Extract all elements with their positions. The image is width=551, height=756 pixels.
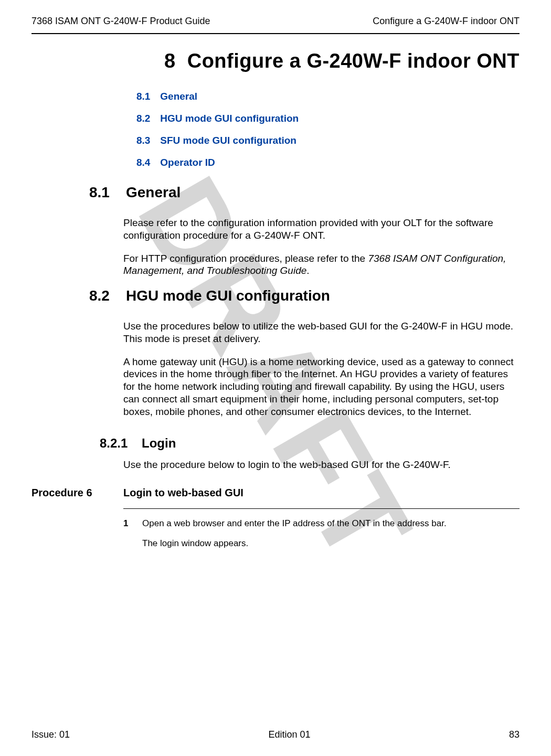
footer-edition: Edition 01 bbox=[268, 729, 310, 740]
toc-label: SFU mode GUI configuration bbox=[160, 135, 296, 146]
procedure-label: Procedure 6 bbox=[31, 487, 123, 499]
chapter-number: 8 bbox=[164, 50, 176, 72]
step-text: Open a web browser and enter the IP addr… bbox=[142, 518, 520, 529]
toc-link-sfu[interactable]: 8.3 SFU mode GUI configuration bbox=[136, 135, 520, 146]
page-header: 7368 ISAM ONT G-240W-F Product Guide Con… bbox=[31, 16, 520, 27]
section-title: HGU mode GUI configuration bbox=[126, 288, 330, 304]
toc-label: HGU mode GUI configuration bbox=[160, 113, 299, 124]
step-subtext: The login window appears. bbox=[142, 538, 520, 549]
chapter-title-text: Configure a G-240W-F indoor ONT bbox=[187, 50, 520, 72]
toc-link-general[interactable]: 8.1 General bbox=[136, 91, 520, 102]
toc-num: 8.3 bbox=[136, 135, 157, 146]
subsection-num: 8.2.1 bbox=[100, 436, 142, 451]
footer-issue: Issue: 01 bbox=[31, 729, 70, 740]
section-title: General bbox=[126, 184, 181, 200]
footer-page-number: 83 bbox=[509, 729, 520, 740]
section-hgu-heading: 8.2HGU mode GUI configuration bbox=[89, 288, 520, 304]
section-num: 8.2 bbox=[89, 288, 126, 304]
toc-label: Operator ID bbox=[160, 157, 215, 168]
text-run: . bbox=[306, 265, 309, 276]
step-number: 1 bbox=[123, 518, 142, 529]
subsection-login-heading: 8.2.1Login bbox=[100, 436, 520, 451]
toc-num: 8.2 bbox=[136, 113, 157, 124]
general-para-2: For HTTP configuration procedures, pleas… bbox=[123, 252, 520, 278]
toc-num: 8.1 bbox=[136, 91, 157, 102]
section-general-heading: 8.1General bbox=[89, 184, 520, 201]
toc-label: General bbox=[160, 91, 197, 102]
header-left: 7368 ISAM ONT G-240W-F Product Guide bbox=[31, 16, 210, 27]
header-rule bbox=[31, 33, 520, 34]
section-num: 8.1 bbox=[89, 184, 126, 201]
procedure-title: Login to web-based GUI bbox=[123, 487, 243, 499]
toc-link-operator-id[interactable]: 8.4 Operator ID bbox=[136, 157, 520, 168]
general-para-1: Please refer to the configuration inform… bbox=[123, 217, 520, 242]
table-of-contents: 8.1 General 8.2 HGU mode GUI configurati… bbox=[136, 91, 520, 168]
procedure-heading: Procedure 6 Login to web-based GUI bbox=[31, 487, 520, 499]
subsection-title: Login bbox=[142, 436, 176, 450]
hgu-para-1: Use the procedures below to utilize the … bbox=[123, 320, 520, 345]
hgu-para-2: A home gateway unit (HGU) is a home netw… bbox=[123, 356, 520, 418]
chapter-title: 8 Configure a G-240W-F indoor ONT bbox=[89, 50, 520, 72]
toc-num: 8.4 bbox=[136, 157, 157, 168]
procedure-step: 1 Open a web browser and enter the IP ad… bbox=[123, 518, 520, 529]
login-para-1: Use the procedure below to login to the … bbox=[123, 459, 520, 471]
toc-link-hgu[interactable]: 8.2 HGU mode GUI configuration bbox=[136, 113, 520, 124]
text-run: For HTTP configuration procedures, pleas… bbox=[123, 253, 368, 264]
page-footer: Issue: 01 Edition 01 83 bbox=[31, 729, 520, 740]
procedure-rule bbox=[123, 508, 520, 509]
header-right: Configure a G-240W-F indoor ONT bbox=[373, 16, 520, 27]
